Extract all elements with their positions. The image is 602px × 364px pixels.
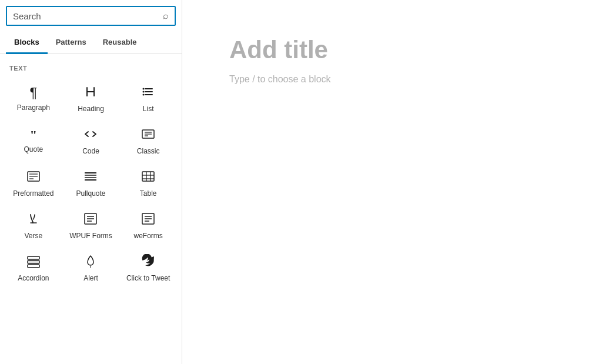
accordion-label: Accordion — [18, 274, 49, 282]
tabs-bar: Blocks Patterns Reusable — [0, 32, 182, 54]
block-item-preformatted[interactable]: Preformatted — [5, 161, 62, 203]
paragraph-label: Paragraph — [17, 103, 50, 112]
section-label-text: TEXT — [0, 60, 182, 74]
editor-content-placeholder[interactable]: Type / to choose a block — [229, 74, 555, 85]
preformatted-icon — [26, 169, 41, 186]
weforms-icon — [141, 212, 155, 228]
block-grid-text: ¶ Paragraph Heading — [0, 74, 182, 290]
svg-point-5 — [143, 94, 145, 96]
block-item-alert[interactable]: Alert — [62, 246, 120, 288]
click-to-tweet-icon — [141, 254, 155, 271]
code-label: Code — [82, 147, 99, 155]
classic-icon — [141, 127, 155, 143]
pullquote-icon — [83, 169, 98, 186]
quote-label: Quote — [24, 145, 43, 153]
quote-icon: " — [30, 129, 37, 142]
table-icon — [141, 169, 155, 186]
heading-icon — [83, 85, 98, 101]
block-item-weforms[interactable]: weForms — [119, 203, 177, 246]
block-item-classic[interactable]: Classic — [119, 119, 177, 161]
paragraph-icon: ¶ — [29, 86, 37, 100]
search-icon: ⌕ — [163, 11, 169, 21]
block-item-pullquote[interactable]: Pullquote — [62, 161, 120, 203]
alert-label: Alert — [83, 274, 98, 282]
editor-title-placeholder[interactable]: Add title — [229, 35, 555, 65]
block-item-click-to-tweet[interactable]: Click to Tweet — [119, 246, 177, 288]
editor-panel: Add title Type / to choose a block — [182, 0, 602, 364]
tab-patterns[interactable]: Patterns — [48, 32, 95, 54]
svg-rect-33 — [28, 261, 39, 263]
block-item-quote[interactable]: " Quote — [5, 119, 62, 161]
pullquote-label: Pullquote — [76, 189, 105, 198]
table-label: Table — [140, 189, 157, 198]
left-panel: ⌕ Blocks Patterns Reusable TEXT ¶ Paragr… — [0, 0, 182, 364]
svg-point-4 — [143, 91, 145, 93]
accordion-icon — [26, 254, 41, 271]
preformatted-label: Preformatted — [13, 189, 53, 198]
search-box: ⌕ — [6, 6, 176, 26]
svg-point-3 — [143, 88, 145, 90]
block-item-accordion[interactable]: Accordion — [5, 246, 62, 288]
block-item-list[interactable]: List — [119, 76, 177, 119]
svg-rect-34 — [28, 265, 39, 268]
alert-icon — [83, 254, 98, 271]
search-input[interactable] — [13, 11, 163, 21]
block-item-heading[interactable]: Heading — [62, 76, 120, 119]
block-item-paragraph[interactable]: ¶ Paragraph — [5, 76, 62, 119]
weforms-label: weForms — [133, 232, 162, 240]
tab-blocks[interactable]: Blocks — [6, 32, 48, 54]
tab-reusable[interactable]: Reusable — [95, 32, 145, 54]
verse-icon — [26, 212, 41, 228]
block-item-wpuf-forms[interactable]: WPUF Forms — [62, 203, 120, 246]
block-item-table[interactable]: Table — [119, 161, 177, 203]
block-item-code[interactable]: Code — [62, 119, 120, 161]
code-icon — [83, 127, 98, 143]
svg-rect-32 — [28, 256, 39, 259]
classic-label: Classic — [137, 147, 160, 155]
svg-rect-18 — [142, 172, 154, 181]
list-icon — [141, 85, 155, 101]
block-list: TEXT ¶ Paragraph Heading — [0, 54, 182, 364]
wpuf-forms-icon — [83, 212, 98, 228]
verse-label: Verse — [24, 232, 42, 240]
wpuf-forms-label: WPUF Forms — [69, 232, 112, 240]
block-item-verse[interactable]: Verse — [5, 203, 62, 246]
click-to-tweet-label: Click to Tweet — [126, 274, 170, 282]
list-label: List — [143, 105, 154, 113]
search-area: ⌕ — [0, 0, 182, 26]
heading-label: Heading — [78, 105, 104, 113]
